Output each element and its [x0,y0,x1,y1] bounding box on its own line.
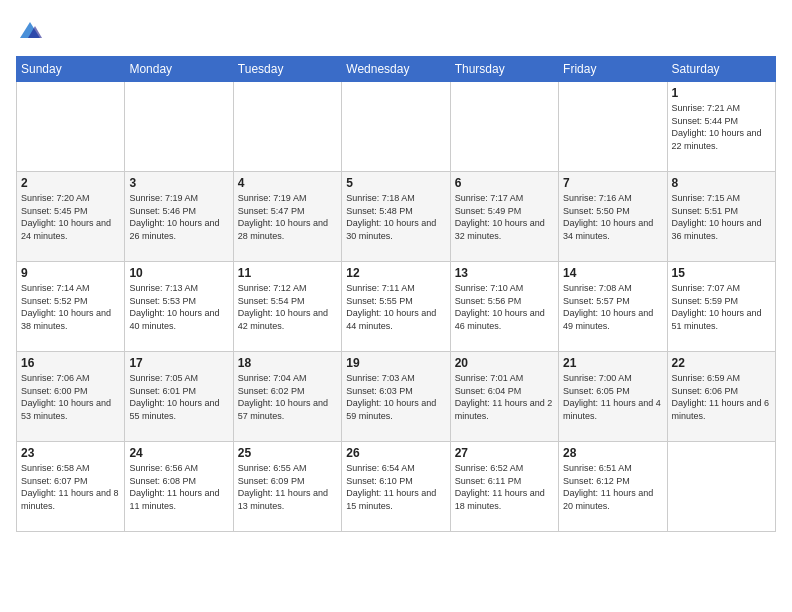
calendar-cell: 25Sunrise: 6:55 AM Sunset: 6:09 PM Dayli… [233,442,341,532]
calendar-cell: 3Sunrise: 7:19 AM Sunset: 5:46 PM Daylig… [125,172,233,262]
calendar-cell: 21Sunrise: 7:00 AM Sunset: 6:05 PM Dayli… [559,352,667,442]
day-content: Sunrise: 7:08 AM Sunset: 5:57 PM Dayligh… [563,282,662,332]
calendar-cell: 24Sunrise: 6:56 AM Sunset: 6:08 PM Dayli… [125,442,233,532]
calendar-cell [125,82,233,172]
day-content: Sunrise: 7:10 AM Sunset: 5:56 PM Dayligh… [455,282,554,332]
calendar-cell [450,82,558,172]
day-content: Sunrise: 6:58 AM Sunset: 6:07 PM Dayligh… [21,462,120,512]
day-number: 28 [563,446,662,460]
calendar-cell: 6Sunrise: 7:17 AM Sunset: 5:49 PM Daylig… [450,172,558,262]
week-row-1: 1Sunrise: 7:21 AM Sunset: 5:44 PM Daylig… [17,82,776,172]
logo-icon [16,18,44,46]
page-header [16,16,776,46]
day-content: Sunrise: 7:17 AM Sunset: 5:49 PM Dayligh… [455,192,554,242]
calendar-cell: 26Sunrise: 6:54 AM Sunset: 6:10 PM Dayli… [342,442,450,532]
day-content: Sunrise: 7:06 AM Sunset: 6:00 PM Dayligh… [21,372,120,422]
day-content: Sunrise: 7:01 AM Sunset: 6:04 PM Dayligh… [455,372,554,422]
calendar-cell: 23Sunrise: 6:58 AM Sunset: 6:07 PM Dayli… [17,442,125,532]
header-day-tuesday: Tuesday [233,57,341,82]
calendar-cell: 2Sunrise: 7:20 AM Sunset: 5:45 PM Daylig… [17,172,125,262]
day-number: 23 [21,446,120,460]
day-content: Sunrise: 6:52 AM Sunset: 6:11 PM Dayligh… [455,462,554,512]
day-number: 11 [238,266,337,280]
calendar-cell: 17Sunrise: 7:05 AM Sunset: 6:01 PM Dayli… [125,352,233,442]
calendar-cell: 18Sunrise: 7:04 AM Sunset: 6:02 PM Dayli… [233,352,341,442]
calendar-cell: 28Sunrise: 6:51 AM Sunset: 6:12 PM Dayli… [559,442,667,532]
calendar-cell: 27Sunrise: 6:52 AM Sunset: 6:11 PM Dayli… [450,442,558,532]
day-number: 8 [672,176,771,190]
day-content: Sunrise: 6:54 AM Sunset: 6:10 PM Dayligh… [346,462,445,512]
week-row-5: 23Sunrise: 6:58 AM Sunset: 6:07 PM Dayli… [17,442,776,532]
calendar-cell: 4Sunrise: 7:19 AM Sunset: 5:47 PM Daylig… [233,172,341,262]
calendar-cell: 11Sunrise: 7:12 AM Sunset: 5:54 PM Dayli… [233,262,341,352]
day-content: Sunrise: 7:14 AM Sunset: 5:52 PM Dayligh… [21,282,120,332]
calendar-cell: 19Sunrise: 7:03 AM Sunset: 6:03 PM Dayli… [342,352,450,442]
day-number: 15 [672,266,771,280]
day-content: Sunrise: 7:19 AM Sunset: 5:46 PM Dayligh… [129,192,228,242]
calendar-cell: 12Sunrise: 7:11 AM Sunset: 5:55 PM Dayli… [342,262,450,352]
day-number: 21 [563,356,662,370]
day-number: 26 [346,446,445,460]
day-content: Sunrise: 7:20 AM Sunset: 5:45 PM Dayligh… [21,192,120,242]
day-number: 7 [563,176,662,190]
calendar-table: SundayMondayTuesdayWednesdayThursdayFrid… [16,56,776,532]
header-day-monday: Monday [125,57,233,82]
calendar-cell: 15Sunrise: 7:07 AM Sunset: 5:59 PM Dayli… [667,262,775,352]
calendar-cell: 5Sunrise: 7:18 AM Sunset: 5:48 PM Daylig… [342,172,450,262]
calendar-cell: 7Sunrise: 7:16 AM Sunset: 5:50 PM Daylig… [559,172,667,262]
calendar-cell [233,82,341,172]
calendar-cell: 20Sunrise: 7:01 AM Sunset: 6:04 PM Dayli… [450,352,558,442]
day-content: Sunrise: 7:13 AM Sunset: 5:53 PM Dayligh… [129,282,228,332]
calendar-cell: 9Sunrise: 7:14 AM Sunset: 5:52 PM Daylig… [17,262,125,352]
day-content: Sunrise: 7:03 AM Sunset: 6:03 PM Dayligh… [346,372,445,422]
day-content: Sunrise: 7:00 AM Sunset: 6:05 PM Dayligh… [563,372,662,422]
calendar-cell: 8Sunrise: 7:15 AM Sunset: 5:51 PM Daylig… [667,172,775,262]
day-content: Sunrise: 7:12 AM Sunset: 5:54 PM Dayligh… [238,282,337,332]
day-content: Sunrise: 6:56 AM Sunset: 6:08 PM Dayligh… [129,462,228,512]
day-number: 14 [563,266,662,280]
header-day-sunday: Sunday [17,57,125,82]
day-content: Sunrise: 7:05 AM Sunset: 6:01 PM Dayligh… [129,372,228,422]
header-day-saturday: Saturday [667,57,775,82]
calendar-cell: 22Sunrise: 6:59 AM Sunset: 6:06 PM Dayli… [667,352,775,442]
week-row-4: 16Sunrise: 7:06 AM Sunset: 6:00 PM Dayli… [17,352,776,442]
calendar-cell: 10Sunrise: 7:13 AM Sunset: 5:53 PM Dayli… [125,262,233,352]
day-number: 10 [129,266,228,280]
calendar-cell [342,82,450,172]
day-content: Sunrise: 7:07 AM Sunset: 5:59 PM Dayligh… [672,282,771,332]
calendar-cell [559,82,667,172]
header-row: SundayMondayTuesdayWednesdayThursdayFrid… [17,57,776,82]
day-content: Sunrise: 7:18 AM Sunset: 5:48 PM Dayligh… [346,192,445,242]
calendar-cell: 14Sunrise: 7:08 AM Sunset: 5:57 PM Dayli… [559,262,667,352]
day-number: 19 [346,356,445,370]
day-number: 12 [346,266,445,280]
day-number: 18 [238,356,337,370]
header-day-friday: Friday [559,57,667,82]
day-number: 5 [346,176,445,190]
calendar-cell: 13Sunrise: 7:10 AM Sunset: 5:56 PM Dayli… [450,262,558,352]
day-content: Sunrise: 7:15 AM Sunset: 5:51 PM Dayligh… [672,192,771,242]
day-content: Sunrise: 7:19 AM Sunset: 5:47 PM Dayligh… [238,192,337,242]
day-number: 13 [455,266,554,280]
day-content: Sunrise: 6:59 AM Sunset: 6:06 PM Dayligh… [672,372,771,422]
day-number: 2 [21,176,120,190]
header-day-thursday: Thursday [450,57,558,82]
day-number: 27 [455,446,554,460]
week-row-2: 2Sunrise: 7:20 AM Sunset: 5:45 PM Daylig… [17,172,776,262]
calendar-cell [17,82,125,172]
day-number: 16 [21,356,120,370]
day-content: Sunrise: 6:51 AM Sunset: 6:12 PM Dayligh… [563,462,662,512]
day-number: 22 [672,356,771,370]
calendar-cell: 16Sunrise: 7:06 AM Sunset: 6:00 PM Dayli… [17,352,125,442]
header-day-wednesday: Wednesday [342,57,450,82]
day-number: 9 [21,266,120,280]
day-number: 1 [672,86,771,100]
logo [16,16,48,46]
day-content: Sunrise: 7:04 AM Sunset: 6:02 PM Dayligh… [238,372,337,422]
day-content: Sunrise: 7:21 AM Sunset: 5:44 PM Dayligh… [672,102,771,152]
day-number: 3 [129,176,228,190]
day-number: 17 [129,356,228,370]
day-number: 4 [238,176,337,190]
calendar-cell: 1Sunrise: 7:21 AM Sunset: 5:44 PM Daylig… [667,82,775,172]
day-number: 20 [455,356,554,370]
